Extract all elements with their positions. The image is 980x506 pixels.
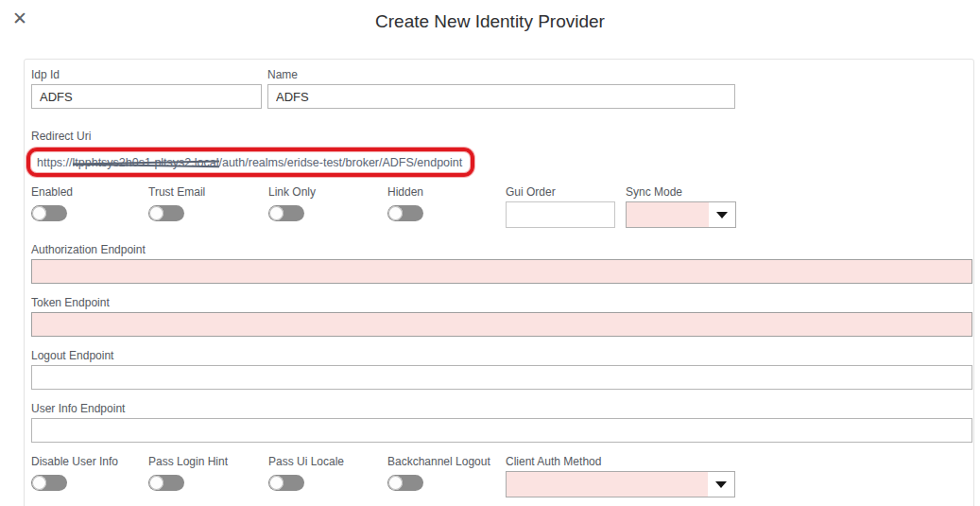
chevron-down-icon — [715, 481, 727, 488]
chevron-down-icon — [716, 212, 728, 218]
hidden-toggle[interactable] — [387, 205, 423, 221]
gui-order-label: Gui Order — [506, 185, 615, 199]
pass-login-hint-label: Pass Login Hint — [148, 455, 228, 468]
gui-order-group: Gui Order — [506, 185, 615, 228]
sync-mode-group: Sync Mode — [626, 185, 736, 228]
hidden-label: Hidden — [387, 185, 423, 199]
header: ✕ Create New Identity Provider — [0, 0, 980, 49]
idp-id-input[interactable] — [31, 84, 262, 109]
disable-user-info-group: Disable User Info — [31, 455, 118, 491]
pass-login-hint-toggle[interactable] — [148, 475, 184, 491]
token-endpoint-label: Token Endpoint — [31, 296, 967, 309]
dropdown-caret-zone — [709, 202, 735, 227]
backchannel-logout-group: Backchannel Logout — [387, 455, 490, 491]
redirect-uri-group: Redirect Uri https://ltpphtsys2h0s1.plts… — [31, 130, 967, 173]
user-info-endpoint-input[interactable] — [31, 418, 972, 443]
trust-email-label: Trust Email — [148, 185, 205, 199]
user-info-endpoint-group: User Info Endpoint — [31, 402, 967, 443]
name-label: Name — [267, 68, 735, 81]
logout-endpoint-group: Logout Endpoint — [31, 349, 967, 390]
client-auth-method-value — [507, 472, 708, 497]
name-group: Name — [267, 68, 735, 109]
link-only-toggle[interactable] — [268, 205, 304, 221]
toggle-row-2: Disable User Info Pass Login Hint Pass U… — [31, 455, 967, 500]
backchannel-logout-toggle[interactable] — [387, 475, 423, 491]
toggle-knob — [269, 206, 284, 220]
row-idp-name: Idp Id Name — [31, 68, 967, 116]
logout-endpoint-label: Logout Endpoint — [31, 349, 967, 362]
pass-ui-locale-group: Pass Ui Locale — [268, 455, 344, 491]
authorization-endpoint-input[interactable] — [31, 259, 972, 284]
disable-user-info-toggle[interactable] — [31, 475, 67, 491]
sync-mode-label: Sync Mode — [626, 185, 736, 199]
client-auth-method-select[interactable] — [506, 471, 735, 497]
toggle-row-1: Enabled Trust Email Link Only Hidden Gui… — [31, 185, 967, 231]
name-input[interactable] — [267, 84, 735, 109]
sync-mode-value — [627, 202, 709, 227]
link-only-label: Link Only — [268, 185, 316, 199]
idp-id-group: Idp Id — [31, 68, 262, 109]
toggle-knob — [388, 206, 403, 220]
disable-user-info-label: Disable User Info — [31, 455, 118, 468]
toggle-knob — [149, 476, 163, 490]
enabled-group: Enabled — [31, 185, 73, 221]
gui-order-input[interactable] — [506, 201, 615, 228]
link-only-group: Link Only — [268, 185, 316, 221]
pass-ui-locale-toggle[interactable] — [268, 475, 304, 491]
idp-id-label: Idp Id — [31, 68, 262, 81]
authorization-endpoint-label: Authorization Endpoint — [31, 243, 967, 256]
redirect-uri-value: https://ltpphtsys2h0s1.pltsys2.local/aut… — [37, 156, 462, 169]
hidden-group: Hidden — [387, 185, 423, 221]
redacted-host: ltpphtsys2h0s1.pltsys2.local — [73, 156, 219, 169]
page-title: Create New Identity Provider — [0, 0, 980, 32]
redirect-uri-label: Redirect Uri — [31, 130, 967, 143]
enabled-label: Enabled — [31, 185, 73, 199]
red-circle-annotation: https://ltpphtsys2h0s1.pltsys2.local/aut… — [26, 148, 474, 177]
toggle-knob — [32, 206, 46, 220]
authorization-endpoint-group: Authorization Endpoint — [31, 243, 967, 284]
pass-login-hint-group: Pass Login Hint — [148, 455, 228, 491]
backchannel-logout-label: Backchannel Logout — [387, 455, 490, 468]
client-auth-method-label: Client Auth Method — [506, 455, 735, 468]
identity-provider-form: Idp Id Name Redirect Uri https://ltpphts… — [24, 59, 974, 506]
toggle-knob — [149, 206, 163, 220]
close-icon[interactable]: ✕ — [12, 9, 27, 27]
enabled-toggle[interactable] — [31, 205, 67, 221]
user-info-endpoint-label: User Info Endpoint — [31, 402, 967, 415]
logout-endpoint-input[interactable] — [31, 365, 972, 390]
trust-email-toggle[interactable] — [148, 205, 184, 221]
client-auth-method-group: Client Auth Method — [506, 455, 735, 497]
toggle-knob — [388, 476, 403, 490]
token-endpoint-input[interactable] — [31, 312, 972, 337]
dropdown-caret-zone — [708, 472, 734, 497]
pass-ui-locale-label: Pass Ui Locale — [268, 455, 344, 468]
toggle-knob — [32, 476, 46, 490]
toggle-knob — [269, 476, 284, 490]
sync-mode-select[interactable] — [626, 201, 736, 228]
token-endpoint-group: Token Endpoint — [31, 296, 967, 337]
trust-email-group: Trust Email — [148, 185, 205, 221]
